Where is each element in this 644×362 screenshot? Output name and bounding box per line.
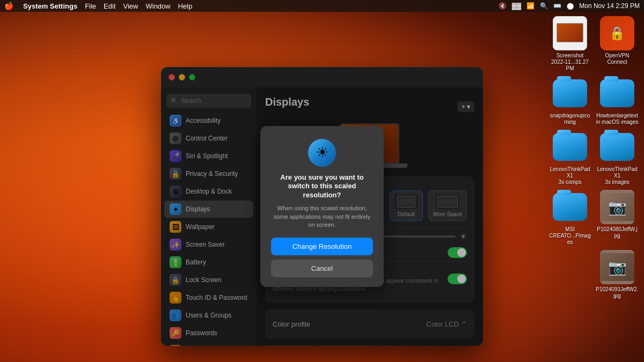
settings-window: 🔍 Search ♿ Accessibility ⚙ Control Cente…	[161, 67, 483, 346]
datetime: Mon Nov 14 2:29 PM	[579, 2, 640, 10]
menu-window[interactable]: Window	[145, 2, 170, 10]
wifi-icon[interactable]: 📶	[526, 2, 535, 10]
menu-edit[interactable]: Edit	[104, 2, 115, 10]
battery-icon: ▓▓	[512, 2, 522, 10]
mute-icon[interactable]: 🔇	[499, 2, 507, 10]
desktop-icon-openvpn[interactable]: 🔒 OpenVPN Connect	[596, 16, 639, 72]
photo1-icon: 📷	[600, 190, 634, 224]
menubar: 🍎 System Settings File Edit View Window …	[0, 0, 644, 12]
keyboard-icon[interactable]: ⌨️	[553, 2, 561, 10]
dialog-overlay: ☀ Are you sure you want to switch to thi…	[161, 67, 483, 346]
photo2-icon: 📷	[600, 250, 634, 284]
folder-howtoenlargetext-icon	[600, 76, 634, 110]
lenovo-comps-label: LenovoThinkPadX13s comps	[548, 166, 591, 186]
desktop-icons: Screenshot2022-11...31.27 PM 🔒 OpenVPN C…	[542, 16, 639, 299]
cancel-button[interactable]: Cancel	[271, 260, 373, 277]
screenshot-thumbnail	[553, 16, 587, 50]
search-icon[interactable]: 🔍	[540, 2, 548, 10]
photo1-label: P1024080JeffW.jpg	[596, 226, 639, 239]
desktop-icon-snapdragon[interactable]: snapdragonupcoming	[548, 76, 591, 125]
desktop-icon-lenovo-comps[interactable]: LenovoThinkPadX13s comps	[548, 130, 591, 186]
icon-row-3: LenovoThinkPadX13s comps LenovoThinkPadX…	[542, 130, 639, 186]
menubar-left: 🍎 System Settings File Edit View Window …	[4, 2, 192, 10]
dialog-message: When using this scaled resolution, some …	[271, 204, 373, 229]
desktop-icon-howtoenlargetext[interactable]: Howtoenlargetextin macOS images	[596, 76, 639, 125]
icon-row-5: 📷 P1024093JeffW2.jpg	[542, 250, 639, 299]
icon-row-2: snapdragonupcoming Howtoenlargetextin ma…	[542, 76, 639, 125]
desktop-icon-screenshot[interactable]: Screenshot2022-11...31.27 PM	[548, 16, 591, 72]
siri-icon[interactable]: ⬤	[567, 2, 574, 10]
resolution-dialog: ☀ Are you sure you want to switch to thi…	[260, 126, 384, 287]
snapdragon-label: snapdragonupcoming	[548, 113, 591, 125]
apple-menu[interactable]: 🍎	[4, 2, 13, 10]
screenshot-label: Screenshot2022-11...31.27 PM	[548, 53, 591, 72]
photo2-label: P1024093JeffW2.jpg	[596, 286, 639, 299]
folder-msi-icon	[553, 190, 587, 224]
app-menu-system-settings[interactable]: System Settings	[23, 2, 77, 10]
desktop: 🍎 System Settings File Edit View Window …	[0, 0, 644, 362]
desktop-icon-msi[interactable]: MSICREATO...Pimages	[548, 190, 591, 246]
menu-view[interactable]: View	[123, 2, 138, 10]
msi-label: MSICREATO...Pimages	[548, 226, 591, 246]
folder-lenovo-comps-icon	[553, 130, 587, 164]
openvpn-icon: 🔒	[600, 16, 634, 50]
folder-lenovo-images-icon	[600, 130, 634, 164]
openvpn-label: OpenVPN Connect	[596, 53, 639, 65]
desktop-icon-photo1[interactable]: 📷 P1024080JeffW.jpg	[596, 190, 639, 246]
change-resolution-button[interactable]: Change Resolution	[271, 238, 373, 255]
menu-help[interactable]: Help	[178, 2, 193, 10]
screenshot-icon	[553, 16, 587, 50]
desktop-icon-lenovo-images[interactable]: LenovoThinkPadX13s images	[596, 130, 639, 186]
menubar-right: 🔇 ▓▓ 📶 🔍 ⌨️ ⬤ Mon Nov 14 2:29 PM	[499, 2, 640, 10]
howtoenlargetext-label: Howtoenlargetextin macOS images	[596, 113, 639, 125]
dialog-title: Are you sure you want to switch to this …	[271, 173, 373, 201]
desktop-icon-photo2[interactable]: 📷 P1024093JeffW2.jpg	[596, 250, 639, 299]
folder-snapdragon-icon	[553, 76, 587, 110]
icon-row-4: MSICREATO...Pimages 📷 P1024080JeffW.jpg	[542, 190, 639, 246]
icon-row-1: Screenshot2022-11...31.27 PM 🔒 OpenVPN C…	[542, 16, 639, 72]
dialog-sun-icon: ☀	[308, 139, 336, 167]
lenovo-images-label: LenovoThinkPadX13s images	[596, 166, 639, 186]
menu-file[interactable]: File	[85, 2, 96, 10]
